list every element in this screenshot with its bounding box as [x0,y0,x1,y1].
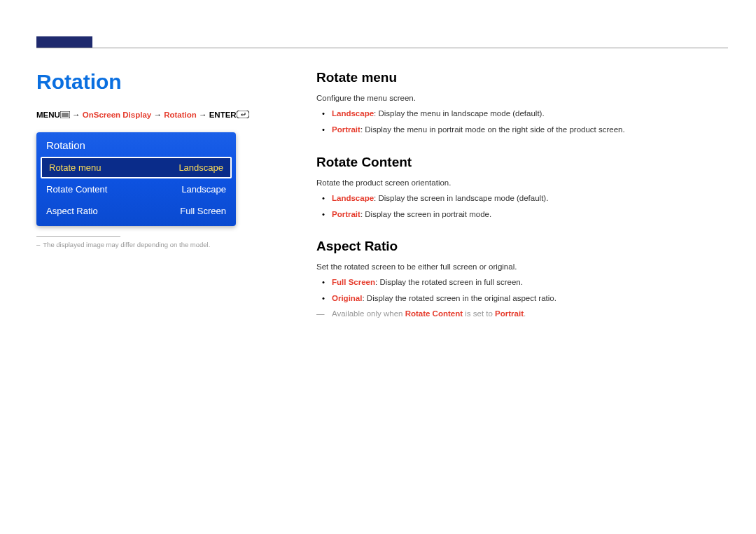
osd-panel: Rotation Rotate menu Landscape Rotate Co… [36,132,236,226]
note-pre: Available only when [332,309,405,318]
left-column: Rotation MENU → OnScreen Display → Rotat… [36,70,274,336]
footnote-dash: – [36,241,40,248]
nav-onscreen-display: OnScreen Display [83,111,151,119]
option-rest: : Display the menu in portrait mode on t… [360,125,625,134]
note-post: . [524,309,526,318]
top-accent-block [36,36,92,48]
breadcrumb: MENU → OnScreen Display → Rotation → ENT… [36,111,274,120]
osd-row-rotate-content[interactable]: Rotate Content Landscape [36,178,236,200]
section-title-rotate-content: Rotate Content [316,155,728,170]
option-term: Landscape [332,109,374,118]
option-rest: : Display the menu in landscape mode (de… [374,109,545,118]
nav-rotation: Rotation [164,111,197,119]
osd-row-label: Aspect Ratio [46,206,98,216]
option-term: Original [332,294,362,302]
osd-row-label: Rotate menu [49,162,101,173]
option-term: Landscape [332,194,374,202]
osd-row-value: Landscape [178,162,223,173]
enter-icon [237,111,249,120]
section-desc: Set the rotated screen to be either full… [316,262,728,271]
option-term: Portrait [332,125,360,134]
osd-header: Rotation [36,132,236,157]
list-item: Landscape: Display the screen in landsca… [332,192,728,204]
footnote-separator [36,236,120,237]
nav-arrow-3: → [199,111,209,119]
note-mid: is set to [463,309,495,318]
note-line: Available only when Rotate Content is se… [316,309,728,318]
list-item: Portrait: Display the screen in portrait… [332,209,728,220]
option-rest: : Display the screen in landscape mode (… [374,194,548,202]
footnote: –The displayed image may differ dependin… [36,241,274,248]
list-item: Original: Display the rotated screen in … [332,293,728,304]
menu-icon [60,111,70,120]
option-rest: : Display the rotated screen in the orig… [362,294,556,302]
bullet-list: Landscape: Display the screen in landsca… [316,192,728,221]
page-content: Rotation MENU → OnScreen Display → Rotat… [36,70,728,336]
nav-arrow-2: → [153,111,164,119]
bullet-list: Full Screen: Display the rotated screen … [316,276,728,305]
section-rotate-menu: Rotate menu Configure the menu screen. L… [316,70,728,136]
osd-row-value: Landscape [181,184,226,195]
osd-row-rotate-menu[interactable]: Rotate menu Landscape [41,157,232,178]
list-item: Portrait: Display the menu in portrait m… [332,124,728,136]
note-b1: Rotate Content [405,309,463,318]
footnote-text: The displayed image may differ depending… [43,241,210,248]
osd-row-aspect-ratio[interactable]: Aspect Ratio Full Screen [36,200,236,222]
osd-row-value: Full Screen [180,206,226,216]
section-title-rotate-menu: Rotate menu [316,70,728,85]
nav-menu-label: MENU [36,111,60,119]
right-column: Rotate menu Configure the menu screen. L… [316,70,728,336]
bullet-list: Landscape: Display the menu in landscape… [316,108,728,136]
section-desc: Rotate the product screen orientation. [316,178,728,187]
nav-enter-label: ENTER [209,111,237,119]
list-item: Full Screen: Display the rotated screen … [332,276,728,288]
option-rest: : Display the rotated screen in full scr… [375,278,523,286]
option-term: Portrait [332,210,360,218]
section-title-aspect-ratio: Aspect Ratio [316,239,728,254]
section-rotate-content: Rotate Content Rotate the product screen… [316,155,728,221]
option-rest: : Display the screen in portrait mode. [360,210,491,218]
page-title: Rotation [36,70,274,94]
top-rule [36,48,728,48]
section-desc: Configure the menu screen. [316,94,728,102]
option-term: Full Screen [332,278,375,286]
nav-arrow-1: → [72,111,83,119]
note-b2: Portrait [495,309,524,318]
list-item: Landscape: Display the menu in landscape… [332,108,728,120]
osd-row-label: Rotate Content [46,184,107,195]
section-aspect-ratio: Aspect Ratio Set the rotated screen to b… [316,239,728,318]
